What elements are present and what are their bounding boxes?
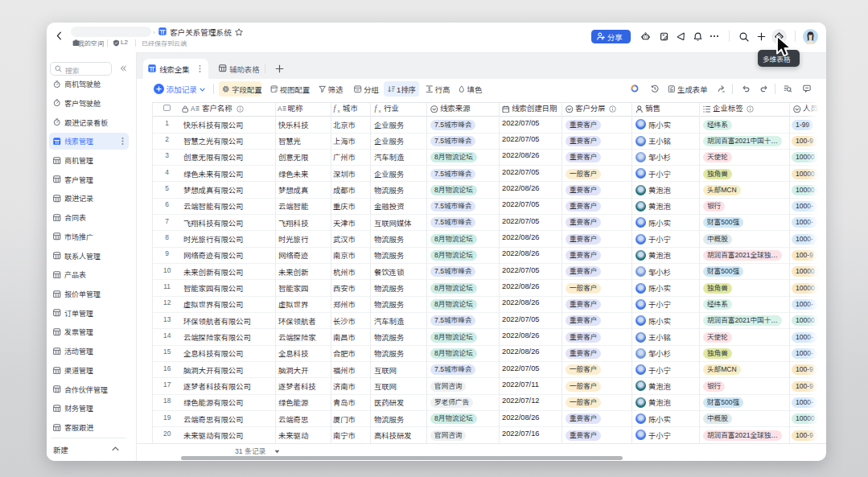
svg-text:A: A [278, 105, 282, 111]
svg-text:f: f [333, 105, 336, 113]
svg-text:x: x [378, 108, 381, 113]
svg-text:x: x [337, 108, 340, 113]
svg-text:f: f [374, 105, 377, 113]
svg-text:A: A [191, 105, 195, 111]
